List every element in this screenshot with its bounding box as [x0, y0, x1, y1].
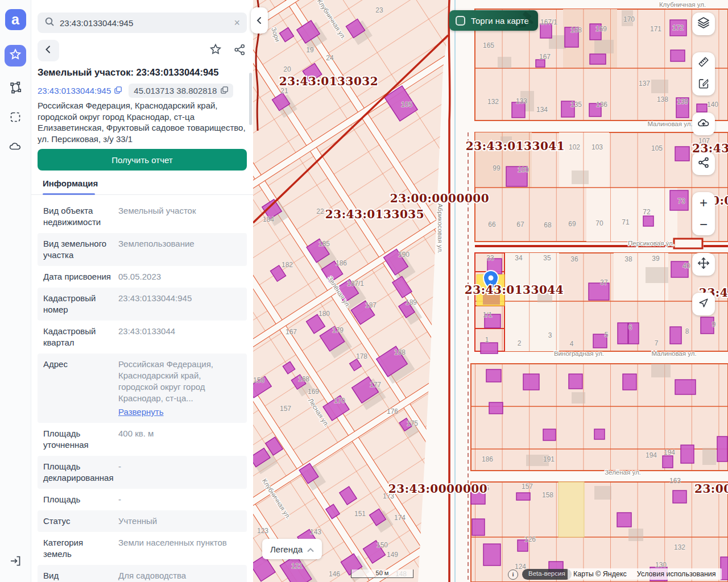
map-parcel-number: 2	[518, 339, 522, 347]
map-parcel-number: 187/1	[347, 280, 364, 288]
map-canvas[interactable]: Клубничная ул.Малиновая ул.Персиковая ул…	[253, 0, 728, 582]
map-parcel-number: 70	[595, 219, 603, 227]
info-row: Вид разрешенногоДля садоводства	[38, 565, 247, 582]
map-parcel-number: 189	[406, 298, 417, 306]
info-row-label: Категория земель	[43, 537, 118, 560]
ruler-icon	[697, 56, 710, 70]
info-row-label: Кадастровый номер	[43, 293, 118, 315]
auctions-checkbox[interactable]	[456, 16, 465, 26]
cadastral-map[interactable]: Клубничная ул.Малиновая ул.Персиковая ул…	[253, 0, 728, 582]
map-building	[670, 327, 681, 344]
map-parcel-number: 180	[318, 310, 330, 318]
info-row-value: 23:43:0133044	[118, 326, 241, 348]
search-input[interactable]	[60, 18, 229, 28]
panel-scrollbar[interactable]	[249, 73, 252, 125]
draw-button[interactable]	[692, 74, 715, 95]
map-building	[623, 374, 636, 390]
layers-button[interactable]	[692, 13, 715, 35]
zoom-out-button[interactable]: −	[692, 214, 715, 235]
ruler-button[interactable]	[692, 52, 715, 74]
map-building	[702, 448, 716, 465]
map-building	[543, 429, 556, 440]
map-parcel-number: 23	[375, 6, 383, 14]
get-report-button[interactable]: Получить отчет	[38, 149, 247, 171]
map-parcel-number: 5	[605, 331, 609, 339]
rail-polygon-button[interactable]	[8, 81, 23, 96]
map-parcel-number: 134	[536, 106, 548, 114]
map-parcel-number: 184	[263, 215, 274, 223]
map-parcel-number: 39	[652, 255, 660, 263]
favorite-button[interactable]	[208, 43, 223, 58]
map-parcel-number: 68	[544, 221, 552, 229]
map-building	[618, 323, 628, 344]
map-street-label: Персиковая ул.	[628, 240, 675, 247]
info-row: Кадастровый номер23:43:0133044:945	[38, 288, 247, 321]
app-rail: a	[0, 0, 31, 582]
map-parcel-number: 170	[334, 397, 345, 405]
info-row-label: Вид разрешенного	[43, 570, 118, 582]
upload-button[interactable]	[692, 113, 715, 135]
map-building	[646, 267, 668, 283]
share-icon	[233, 43, 246, 59]
share-button[interactable]	[232, 43, 247, 58]
attribution-text: Карты © Яндекс	[573, 570, 627, 578]
map-parcel-number: 139	[677, 98, 688, 106]
map-parcel-number: 19	[306, 46, 314, 54]
map-parcel-number: 123	[257, 527, 268, 535]
map-parcel-number: 140	[707, 101, 718, 109]
collapse-panel-button[interactable]	[251, 7, 268, 34]
back-button[interactable]	[38, 40, 59, 61]
map-share-button[interactable]	[692, 152, 715, 175]
locate-button[interactable]	[692, 293, 715, 315]
copy-icon[interactable]	[221, 86, 228, 95]
rail-exit-button[interactable]	[8, 555, 23, 569]
active-tab-underline	[43, 193, 95, 195]
pan-button[interactable]	[692, 253, 715, 276]
info-row: Площадь декларированная-	[38, 456, 247, 489]
map-building	[671, 50, 685, 61]
map-parcel-number: 22	[316, 207, 324, 215]
map-parcel-number: 149	[387, 551, 398, 559]
rail-favorites-button[interactable]	[5, 45, 26, 66]
map-parcel-number: 188	[394, 348, 406, 356]
map-parcel-number: 1	[485, 336, 489, 344]
map-parcel-number: 171	[650, 25, 661, 33]
terms-link[interactable]: Условия использования	[637, 570, 716, 578]
map-parcel-number: 33	[486, 254, 494, 262]
clear-search-icon[interactable]: ×	[234, 18, 240, 28]
map-parcel-number: 103	[592, 143, 603, 151]
cadastral-number-link[interactable]: 23:43:0133044:945	[38, 86, 122, 95]
info-row: СтатусУчтенный	[38, 510, 247, 532]
info-row-label: Статус	[43, 516, 118, 527]
coordinates-chip[interactable]: 45.013713 38.802818	[129, 84, 233, 98]
map-building	[516, 493, 530, 500]
map-parcel-number: 20	[283, 65, 291, 73]
info-row: Категория земельЗемли населенных пунктов	[38, 532, 247, 565]
tab-information[interactable]: Информация	[43, 178, 98, 194]
map-street-label: Малиновая ул.	[651, 350, 696, 357]
info-row-value: Российская Федерация, Краснодарский край…	[118, 359, 241, 418]
map-parcel-number: 177	[370, 381, 381, 389]
zoom-in-button[interactable]: +	[692, 192, 715, 214]
map-building	[569, 374, 582, 389]
app-logo[interactable]: a	[5, 9, 26, 30]
map-parcel-number: 187	[365, 301, 377, 309]
zoom-control-group: + −	[692, 192, 715, 235]
map-building	[717, 436, 727, 462]
map-parcel-number: 163	[669, 477, 681, 485]
map-parcel-number: 132	[487, 98, 499, 106]
map-parcel-number: 37	[600, 278, 608, 286]
info-row-value: Для садоводства	[118, 570, 241, 582]
search-bar[interactable]: ×	[38, 13, 247, 33]
copy-icon[interactable]	[114, 86, 122, 95]
map-building	[697, 104, 707, 112]
map-parcel-number: 3	[548, 331, 552, 339]
legend-button[interactable]: Легенда	[262, 539, 322, 559]
rail-select-area-button[interactable]	[8, 111, 23, 126]
map-building	[481, 343, 498, 354]
rail-cloud-button[interactable]	[8, 140, 23, 155]
map-quarter-label: 23:43:0133044	[465, 283, 564, 297]
auctions-toggle[interactable]: Торги на карте	[449, 10, 538, 31]
info-icon[interactable]: i	[508, 569, 518, 580]
expand-address-link[interactable]: Развернуть	[118, 406, 164, 418]
